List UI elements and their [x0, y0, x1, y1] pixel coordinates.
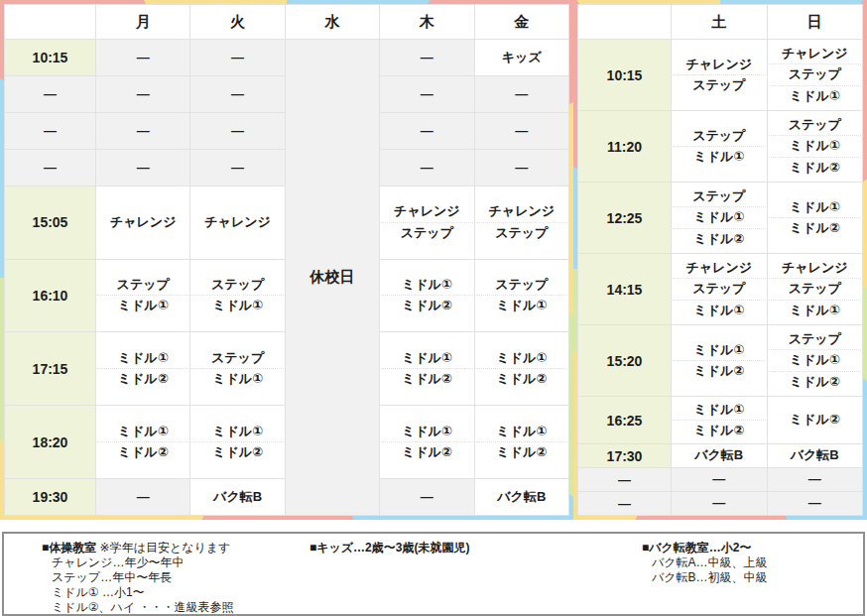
time-cell: 18:20	[5, 406, 96, 479]
row-1730: 17:30 バク転B バク転B	[578, 444, 863, 468]
cell-thu-r3: —	[380, 149, 474, 185]
cell-fri-r5: ステップミドル①	[474, 259, 568, 332]
cell-fri-r7: ミドル①ミドル②	[474, 406, 568, 479]
time-cell: 17:15	[5, 332, 96, 406]
legend-item-bakutenB: バク転B…初級、中級	[642, 570, 768, 585]
legend-item-middle2: ミドル②、ハイ ・・・進級表参照	[42, 600, 305, 615]
cell-tue-r8: バク転B	[190, 479, 285, 516]
time-cell: 15:05	[5, 185, 96, 259]
row-8: — — —	[578, 468, 863, 492]
cell-mon-r0: —	[96, 40, 190, 76]
time-cell: 12:25	[578, 183, 672, 254]
legend-bakuten: ■バク転教室…小2〜 バク転A…中級、上級 バク転B…初級、中級	[642, 541, 768, 585]
cell-sun-r6: バク転B	[767, 444, 863, 468]
cell-sat-r6: バク転B	[672, 444, 768, 468]
cell-sun-r4: ステップミドル①ミドル②	[767, 325, 863, 397]
cell-thu-r1: —	[380, 75, 474, 112]
cell-mon-r8: —	[96, 479, 190, 516]
legend-item-step: ステップ…年中〜年長	[42, 570, 305, 585]
cell-sun-r8: —	[767, 492, 863, 516]
cell-sat-r7: —	[672, 468, 768, 492]
time-cell: 15:20	[578, 325, 672, 397]
time-cell: —	[578, 468, 672, 492]
cell-fri-r8: バク転B	[474, 479, 568, 516]
cell-fri-r2: —	[474, 112, 568, 149]
day-header-fri: 金	[474, 5, 568, 40]
cell-mon-r3: —	[96, 149, 190, 185]
cell-fri-r6: ミドル①ミドル②	[474, 332, 568, 406]
cell-sat-r2: ステップミドル①ミドル②	[672, 183, 768, 254]
cell-sun-r2: ミドル①ミドル②	[767, 183, 863, 254]
cell-thu-r5: ミドル①ミドル②	[380, 259, 474, 332]
legend-kids: ■キッズ…2歳〜3歳(未就園児)	[310, 541, 637, 555]
corner-cell	[578, 5, 672, 40]
day-header-thu: 木	[380, 5, 474, 40]
legend-item-middle1: ミドル① …小1〜	[42, 585, 305, 600]
cell-fri-r4: チャレンジステップ	[474, 185, 568, 259]
cell-sat-r5: ミドル①ミドル②	[672, 397, 768, 444]
cell-sun-r3: チャレンジステップミドル①	[767, 254, 863, 325]
cell-tue-r0: —	[190, 40, 285, 76]
cell-sat-r1: ステップミドル①	[672, 111, 768, 183]
cell-mon-r7: ミドル①ミドル②	[96, 406, 190, 479]
time-cell: 16:10	[5, 259, 96, 332]
time-cell: 10:15	[5, 40, 96, 76]
cell-tue-r2: —	[190, 112, 285, 149]
row-1015: 10:15 — — 休校日 — キッズ	[5, 40, 569, 76]
cell-fri-r1: —	[474, 75, 568, 112]
weekday-schedule-table: 月 火 水 木 金 10:15 — — 休校日 — キッズ	[4, 4, 569, 516]
weekend-schedule-table: 土 日 10:15 チャレンジステップ チャレンジステップミドル① 11:20 …	[577, 4, 863, 516]
weekend-header-row: 土 日	[578, 5, 863, 40]
cell-tue-r7: ミドル①ミドル②	[190, 406, 285, 479]
row-1225: 12:25 ステップミドル①ミドル② ミドル①ミドル②	[578, 183, 863, 254]
day-header-wed: 水	[285, 5, 379, 40]
day-header-sat: 土	[672, 5, 768, 40]
cell-sat-r8: —	[672, 492, 768, 516]
cell-sun-r5: ミドル②	[767, 397, 863, 444]
cell-sun-r7: —	[767, 468, 863, 492]
cell-thu-r4: チャレンジステップ	[380, 185, 474, 259]
cell-mon-r2: —	[96, 112, 190, 149]
cell-mon-r4: チャレンジ	[96, 185, 190, 259]
cell-tue-r4: チャレンジ	[190, 185, 285, 259]
row-1520: 15:20 ミドル①ミドル② ステップミドル①ミドル②	[578, 325, 863, 397]
corner-cell	[5, 5, 96, 40]
cell-thu-r8: —	[380, 479, 474, 516]
cell-sat-r3: チャレンジステップミドル①	[672, 254, 768, 325]
cell-mon-r1: —	[96, 75, 190, 112]
cell-sun-r0: チャレンジステップミドル①	[767, 40, 863, 111]
cell-tue-r1: —	[190, 75, 285, 112]
cell-sat-r0: チャレンジステップ	[672, 40, 768, 111]
legend-taiso: ■体操教室 ※学年は目安となります チャレンジ…年少〜年中 ステップ…年中〜年長…	[42, 541, 305, 615]
time-cell: —	[5, 75, 96, 112]
cell-thu-r7: ミドル①ミドル②	[380, 406, 474, 479]
time-cell: —	[5, 112, 96, 149]
time-cell: 17:30	[578, 444, 672, 468]
weekday-header-row: 月 火 水 木 金	[5, 5, 569, 40]
legend-box: ■体操教室 ※学年は目安となります チャレンジ…年少〜年中 ステップ…年中〜年長…	[2, 532, 865, 616]
row-1415: 14:15 チャレンジステップミドル① チャレンジステップミドル①	[578, 254, 863, 325]
day-header-sun: 日	[767, 5, 863, 40]
legend-taiso-note: ※学年は目安となります	[100, 541, 231, 554]
weekend-table-frame: 土 日 10:15 チャレンジステップ チャレンジステップミドル① 11:20 …	[573, 0, 867, 520]
cell-thu-r2: —	[380, 112, 474, 149]
cell-tue-r6: ステップミドル①	[190, 332, 285, 406]
cell-mon-r6: ミドル①ミドル②	[96, 332, 190, 406]
cell-fri-r3: —	[474, 149, 568, 185]
legend-kids-title: ■キッズ…2歳〜3歳(未就園児)	[310, 541, 637, 555]
time-cell: 14:15	[578, 254, 672, 325]
schedule-tables: 月 火 水 木 金 10:15 — — 休校日 — キッズ	[0, 0, 867, 520]
weekday-table-frame: 月 火 水 木 金 10:15 — — 休校日 — キッズ	[0, 0, 573, 520]
cell-tue-r5: ステップミドル①	[190, 259, 285, 332]
time-cell: 19:30	[5, 479, 96, 516]
day-header-mon: 月	[96, 5, 190, 40]
cell-sun-r1: ステップミドル①ミドル②	[767, 111, 863, 183]
time-cell: 16:25	[578, 397, 672, 444]
row-1015: 10:15 チャレンジステップ チャレンジステップミドル①	[578, 40, 863, 111]
row-9: — — —	[578, 492, 863, 516]
wed-closed-cell: 休校日	[285, 40, 379, 516]
legend-item-bakutenA: バク転A…中級、上級	[642, 555, 768, 570]
day-header-tue: 火	[190, 5, 285, 40]
weekly-class-schedule: 月 火 水 木 金 10:15 — — 休校日 — キッズ	[0, 0, 867, 616]
cell-thu-r6: ミドル①ミドル②	[380, 332, 474, 406]
